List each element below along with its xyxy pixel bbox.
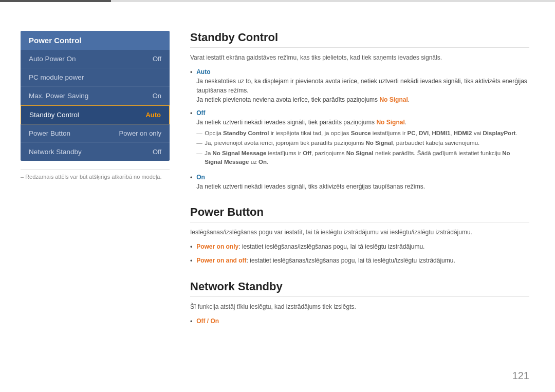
menu-value-standby-control: Auto — [145, 111, 161, 119]
menu-item-power-button[interactable]: Power Button Power on only — [21, 124, 170, 143]
text-power-on-only: : iestatiet ieslēgšanas/izslēgšanas pogu… — [238, 243, 424, 250]
off-sub-list: Opcija Standby Control ir iespējota tika… — [196, 129, 529, 166]
menu-label-max-power-saving: Max. Power Saving — [29, 92, 88, 100]
menu-label-standby-control: Standby Control — [29, 111, 79, 119]
menu-label-network-standby: Network Standby — [29, 148, 82, 156]
main-content: Standby Control Varat iestatīt ekrāna ga… — [190, 21, 529, 371]
bullet-on: • On Ja netiek uztverti nekādi ievades s… — [190, 173, 529, 191]
menu-label-auto-power-on: Auto Power On — [29, 55, 76, 63]
menu-item-max-power-saving[interactable]: Max. Power Saving On — [21, 87, 170, 105]
bullet-content-off-on: Off / On — [196, 316, 529, 326]
menu-value-network-standby: Off — [153, 148, 161, 156]
term-off: Off — [196, 109, 205, 117]
network-standby-title: Network Standby — [190, 280, 529, 297]
bullet-auto: • Auto Ja neskatoties uz to, ka displeja… — [190, 67, 529, 104]
sidebar-menu: Auto Power On Off PC module power Max. P… — [21, 50, 170, 161]
power-button-bullets: • Power on only: iestatiet ieslēgšanas/i… — [190, 242, 529, 266]
network-standby-bullets: • Off / On — [190, 316, 529, 326]
standby-control-section: Standby Control Varat iestatīt ekrāna ga… — [190, 31, 529, 191]
footnote-text: – Redzamais attēls var būt atšķirīgs atk… — [21, 174, 170, 180]
term-auto: Auto — [196, 68, 210, 76]
power-button-title: Power Button — [190, 206, 529, 222]
bullet-off: • Off Ja netiek uztverti nekādi ievades … — [190, 108, 529, 169]
bullet-dot-off-on: • — [190, 317, 192, 326]
bullet-dot-on: • — [190, 173, 192, 182]
text-auto-sub: Ja netiek pievienota neviena avota ierīc… — [196, 96, 410, 103]
menu-label-power-button: Power Button — [29, 129, 70, 137]
text-off-main: Ja netiek uztverti nekādi ievades signāl… — [196, 119, 406, 126]
menu-value-power-button: Power on only — [119, 129, 161, 137]
sidebar: Power Control Auto Power On Off PC modul… — [21, 31, 170, 371]
network-standby-desc: Šī funkcija atstāj tīklu ieslēgtu, kad i… — [190, 302, 529, 311]
term-off-on: Off / On — [196, 318, 219, 325]
bullet-content-auto: Auto Ja neskatoties uz to, ka displejam … — [196, 67, 529, 104]
text-auto-main: Ja neskatoties uz to, ka displejam ir pi… — [196, 78, 527, 94]
page-container: Power Control Auto Power On Off PC modul… — [0, 0, 555, 392]
bullet-dot-auto: • — [190, 68, 192, 77]
bullet-content-off: Off Ja netiek uztverti nekādi ievades si… — [196, 108, 529, 169]
menu-item-network-standby[interactable]: Network Standby Off — [21, 143, 170, 161]
bullet-off-on: • Off / On — [190, 316, 529, 326]
power-button-section: Power Button Ieslēgšanas/izslēgšanas pog… — [190, 206, 529, 266]
text-on-main: Ja netiek uztverti nekādi ievades signāl… — [196, 183, 425, 190]
term-on: On — [196, 174, 205, 181]
menu-value-auto-power-on: Off — [153, 55, 161, 63]
bullet-power-on-off: • Power on and off: iestatiet ieslēgšana… — [190, 256, 529, 266]
bullet-dot-power-on-only: • — [190, 242, 192, 252]
page-number: 121 — [512, 370, 529, 382]
bullet-dot-power-on-off: • — [190, 256, 192, 266]
menu-label-pc-module: PC module power — [29, 73, 84, 81]
network-standby-section: Network Standby Šī funkcija atstāj tīklu… — [190, 280, 529, 326]
footnote-area: – Redzamais attēls var būt atšķirīgs atk… — [21, 169, 170, 180]
menu-item-pc-module[interactable]: PC module power — [21, 68, 170, 87]
menu-item-standby-control[interactable]: Standby Control Auto — [21, 105, 170, 124]
bullet-content-power-on-only: Power on only: iestatiet ieslēgšanas/izs… — [196, 242, 529, 251]
bullet-content-power-on-off: Power on and off: iestatiet ieslēgšanas/… — [196, 256, 529, 265]
standby-control-bullets: • Auto Ja neskatoties uz to, ka displeja… — [190, 67, 529, 191]
text-power-on-off: : iestatiet ieslēgšanas/izslēgšanas pogu… — [247, 257, 455, 264]
standby-control-title: Standby Control — [190, 31, 529, 48]
power-button-desc: Ieslēgšanas/izslēgšanas pogu var iestatī… — [190, 228, 529, 237]
bullet-dot-off: • — [190, 109, 192, 118]
top-decorative-line — [0, 0, 555, 2]
bullet-content-on: On Ja netiek uztverti nekādi ievades sig… — [196, 173, 529, 191]
bullet-power-on-only: • Power on only: iestatiet ieslēgšanas/i… — [190, 242, 529, 252]
sub-item-1: Opcija Standby Control ir iespējota tika… — [196, 129, 529, 138]
standby-control-desc: Varat iestatīt ekrāna gaidstāves režīmu,… — [190, 53, 529, 62]
menu-value-max-power-saving: On — [153, 92, 161, 100]
term-power-on-only: Power on only — [196, 243, 238, 250]
menu-item-auto-power-on[interactable]: Auto Power On Off — [21, 50, 170, 68]
sidebar-header: Power Control — [21, 31, 170, 50]
sub-item-3: Ja No Signal Message iestatījums ir Off,… — [196, 149, 529, 167]
sub-item-2: Ja, pievienojot avota ierīci, joprojām t… — [196, 139, 529, 147]
term-power-on-off: Power on and off — [196, 257, 246, 264]
